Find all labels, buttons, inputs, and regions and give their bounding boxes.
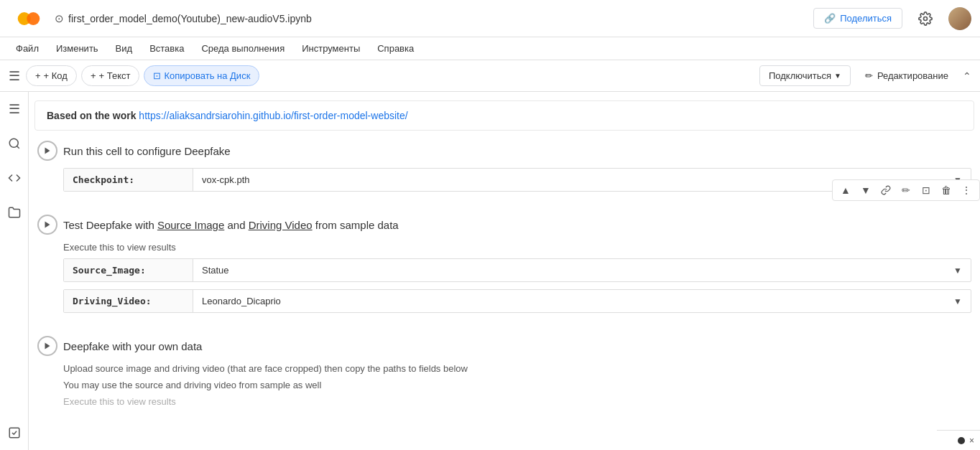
connect-button[interactable]: Подключиться ▼ — [759, 65, 851, 86]
drive-icon: ⊡ — [153, 70, 161, 81]
checkpoint-value: vox-cpk.pth — [202, 174, 249, 185]
settings-icon[interactable] — [914, 7, 937, 30]
link-icon[interactable] — [877, 182, 895, 199]
menu-file[interactable]: Файл — [9, 40, 46, 57]
menu-help[interactable]: Справка — [370, 40, 421, 57]
cell-own-data: Deepfake with your own data Upload sourc… — [34, 332, 974, 416]
svg-point-1 — [27, 12, 40, 25]
connect-label: Подключиться — [769, 70, 831, 81]
execute-note: Execute this to view results — [63, 242, 971, 253]
user-avatar[interactable] — [948, 7, 971, 30]
cell-header-3: Deepfake with your own data — [34, 332, 974, 360]
share-button[interactable]: 🔗 Поделиться — [813, 8, 902, 29]
based-on-text: Based on the work https://aliaksandrsiar… — [47, 110, 408, 121]
cell-title-text-3: Deepfake with your own data — [63, 340, 202, 352]
own-data-note-1: Upload source image and driving video (t… — [63, 363, 971, 374]
notebook-content: Based on the work https://aliaksandrsiar… — [29, 100, 980, 416]
plus-text-icon: + — [91, 70, 96, 81]
connect-chevron-icon: ▼ — [834, 72, 841, 80]
menu-view[interactable]: Вид — [108, 40, 140, 57]
add-code-label: + Код — [44, 70, 68, 81]
share-link-icon: 🔗 — [824, 13, 836, 24]
collapse-icon[interactable]: ⌃ — [963, 70, 971, 82]
toolbar-right: Подключиться ▼ ✏ Редактирование ⌃ — [759, 65, 971, 86]
own-data-note-3: Execute this to view results — [63, 396, 971, 407]
svg-point-2 — [924, 17, 928, 20]
svg-rect-5 — [9, 428, 19, 438]
source-image-label: Source_Image: — [64, 259, 193, 281]
menu-edit[interactable]: Изменить — [49, 40, 106, 57]
svg-marker-8 — [45, 343, 50, 350]
run-button-2[interactable] — [37, 215, 57, 235]
copy-to-drive-button[interactable]: ⊡ Копировать на Диск — [144, 65, 259, 86]
source-image-select[interactable]: Statue ▼ — [193, 259, 971, 281]
sidebar-icon-code[interactable] — [3, 167, 26, 189]
cell-title-text-1: Run this cell to configure Deepfake — [63, 145, 231, 157]
colab-logo[interactable] — [9, 3, 49, 34]
svg-marker-7 — [45, 222, 50, 228]
plus-code-icon: + — [35, 70, 41, 81]
notebook-title: ⊙ first_order_model_demo(Youtube)_new-au… — [55, 12, 312, 25]
model-website-link[interactable]: https://aliaksandrsiarohin.github.io/fir… — [139, 110, 407, 121]
text-cell-based-on: Based on the work https://aliaksandrsiar… — [34, 100, 974, 131]
cell-toolbar: ▲ ▼ ✏ ⊡ 🗑 ⋮ — [832, 179, 980, 201]
cell-body-3: Upload source image and driving video (t… — [34, 360, 974, 416]
close-indicator[interactable]: × — [969, 436, 974, 446]
sidebar-icon-terminal[interactable] — [3, 421, 26, 444]
driving-video-arrow-icon: ▼ — [953, 296, 962, 306]
content-area: ▲ ▼ ✏ ⊡ 🗑 ⋮ Based on the work — [29, 92, 980, 450]
github-icon: ⊙ — [55, 12, 64, 25]
edit-icon[interactable]: ✏ — [897, 182, 915, 199]
expand-icon[interactable]: ⊡ — [917, 182, 935, 199]
sidebar-toggle-icon[interactable]: ☰ — [9, 68, 20, 84]
bottom-bar: × — [937, 430, 980, 450]
editing-label: Редактирование — [877, 70, 948, 81]
top-header: ⊙ first_order_model_demo(Youtube)_new-au… — [0, 0, 980, 37]
cell-title-2: Test Deepfake with Source Image and Driv… — [63, 219, 399, 231]
driving-video-label: Driving_Video: — [64, 290, 193, 312]
cell-header-2: Test Deepfake with Source Image and Driv… — [34, 210, 974, 239]
driving-video-link: Driving Video — [249, 219, 313, 231]
add-text-button[interactable]: + + Текст — [81, 65, 140, 86]
source-image-arrow-icon: ▼ — [953, 266, 962, 276]
source-image-widget: Source_Image: Statue ▼ — [63, 258, 971, 282]
source-image-value: Statue — [202, 265, 229, 276]
run-button-3[interactable] — [37, 336, 57, 356]
copy-to-drive-label: Копировать на Диск — [164, 70, 250, 81]
cell-title-3: Deepfake with your own data — [63, 340, 202, 352]
cell-title-1: Run this cell to configure Deepfake — [63, 145, 231, 157]
sidebar-icon-files[interactable] — [3, 201, 26, 224]
header-right: 🔗 Поделиться — [813, 7, 971, 30]
own-data-note-2: You may use the source and driving video… — [63, 380, 971, 390]
menu-insert[interactable]: Вставка — [142, 40, 191, 57]
move-down-icon[interactable]: ▼ — [857, 182, 874, 199]
toolbar: ☰ + + Код + + Текст ⊡ Копировать на Диск… — [0, 60, 980, 92]
add-code-button[interactable]: + + Код — [26, 65, 77, 86]
cell-test-deepfake: Test Deepfake with Source Image and Driv… — [34, 210, 974, 323]
run-button-1[interactable] — [37, 141, 57, 161]
move-up-icon[interactable]: ▲ — [837, 182, 854, 199]
notebook-wrapper: ▲ ▼ ✏ ⊡ 🗑 ⋮ Based on the work — [29, 100, 980, 416]
share-label: Поделиться — [840, 13, 892, 24]
checkpoint-label: Checkpoint: — [64, 169, 193, 191]
delete-icon[interactable]: 🗑 — [938, 182, 955, 199]
add-text-label: + Текст — [99, 70, 131, 81]
source-image-link: Source Image — [157, 219, 224, 231]
driving-video-widget: Driving_Video: Leonardo_Dicaprio ▼ — [63, 289, 971, 313]
svg-marker-6 — [45, 148, 50, 154]
menu-runtime[interactable]: Среда выполнения — [194, 40, 292, 57]
editing-button[interactable]: ✏ Редактирование — [856, 66, 957, 85]
driving-video-select[interactable]: Leonardo_Dicaprio ▼ — [193, 290, 971, 312]
cell-body-2: Execute this to view results Source_Imag… — [34, 239, 974, 323]
pencil-icon: ✏ — [865, 70, 873, 81]
based-on-label: Based on the work — [47, 110, 136, 121]
notebook-filename[interactable]: first_order_model_demo(Youtube)_new-audi… — [68, 13, 312, 24]
menu-tools[interactable]: Инструменты — [295, 40, 367, 57]
cell-header-1: Run this cell to configure Deepfake — [34, 136, 974, 165]
sidebar-icon-menu[interactable]: ☰ — [3, 98, 26, 121]
more-options-icon[interactable]: ⋮ — [958, 182, 975, 199]
svg-point-3 — [9, 139, 18, 147]
main-layout: ☰ ▲ ▼ — [0, 92, 980, 450]
left-sidebar: ☰ — [0, 92, 29, 450]
sidebar-icon-search[interactable] — [3, 132, 26, 155]
